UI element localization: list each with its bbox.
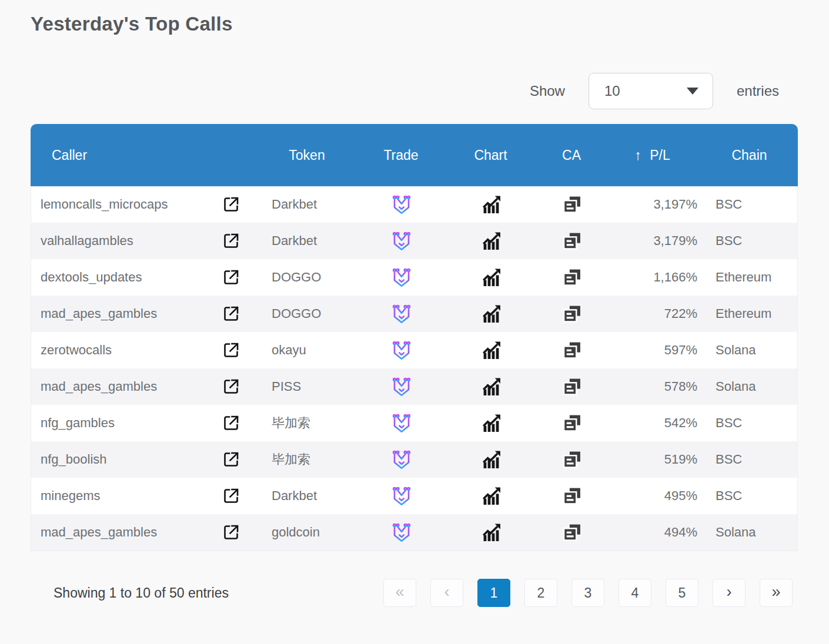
page-button-2[interactable]: 2: [524, 579, 557, 607]
maestro-bot-trade-icon[interactable]: [390, 194, 413, 215]
trending-up-chart-icon[interactable]: [482, 487, 502, 505]
caller-name: valhallagambles: [31, 233, 208, 249]
copy-contract-icon[interactable]: [563, 378, 581, 395]
maestro-bot-trade-icon[interactable]: [390, 449, 413, 470]
external-link-icon[interactable]: [222, 269, 240, 286]
first-page-button[interactable]: «: [383, 579, 416, 607]
copy-contract-icon[interactable]: [563, 524, 581, 541]
table-row: minegems Darkbet 495% BSC: [31, 478, 797, 514]
token-name: Darkbet: [255, 233, 360, 249]
external-link-icon[interactable]: [222, 414, 240, 432]
token-name: DOGGO: [255, 270, 360, 285]
chain-name: Solana: [701, 343, 797, 358]
chart-cell: [443, 523, 540, 542]
trade-cell: [360, 412, 443, 434]
chart-cell: [443, 377, 540, 396]
previous-page-button[interactable]: ‹: [430, 579, 463, 607]
chain-name: Ethereum: [701, 270, 797, 285]
page-button-5[interactable]: 5: [666, 579, 698, 607]
token-name: PISS: [255, 379, 360, 394]
caller-link-cell: [208, 196, 255, 213]
copy-contract-icon[interactable]: [563, 414, 581, 432]
maestro-bot-trade-icon[interactable]: [390, 522, 413, 543]
last-page-button[interactable]: »: [760, 579, 793, 607]
trending-up-chart-icon[interactable]: [482, 304, 502, 323]
external-link-icon[interactable]: [222, 487, 240, 505]
column-header-chain[interactable]: Chain: [701, 147, 798, 163]
maestro-bot-trade-icon[interactable]: [390, 267, 413, 288]
table-row: mad_apes_gambles DOGGO 722% Ethereum: [31, 296, 797, 332]
trending-up-chart-icon[interactable]: [482, 414, 502, 432]
table-row: mad_apes_gambles goldcoin 494% Solana: [31, 514, 797, 551]
ca-cell: [540, 378, 604, 395]
chain-name: BSC: [701, 415, 797, 431]
page-button-3[interactable]: 3: [571, 579, 604, 607]
caller-name: mad_apes_gambles: [31, 379, 208, 394]
maestro-bot-trade-icon[interactable]: [390, 376, 413, 397]
page-button-1[interactable]: 1: [477, 579, 510, 607]
column-header-pl[interactable]: ↑ P/L: [604, 147, 701, 163]
table-row: dextools_updates DOGGO 1,166% Ethereum: [31, 259, 797, 296]
token-name: okayu: [255, 343, 360, 358]
next-page-button[interactable]: ›: [713, 579, 746, 607]
column-header-chart[interactable]: Chart: [442, 147, 539, 163]
column-header-token[interactable]: Token: [254, 147, 360, 163]
chart-cell: [443, 195, 540, 214]
page-button-4[interactable]: 4: [619, 579, 651, 607]
external-link-icon[interactable]: [222, 524, 240, 541]
caller-name: nfg_gambles: [31, 415, 208, 431]
trending-up-chart-icon[interactable]: [482, 377, 502, 396]
trending-up-chart-icon[interactable]: [482, 450, 502, 469]
maestro-bot-trade-icon[interactable]: [390, 303, 413, 324]
maestro-bot-trade-icon[interactable]: [390, 230, 413, 251]
copy-contract-icon[interactable]: [563, 341, 581, 359]
table-header-row: Caller Token Trade Chart CA ↑ P/L Chain: [31, 124, 798, 186]
page-size-select[interactable]: 10: [589, 73, 713, 109]
trending-up-chart-icon[interactable]: [482, 523, 502, 542]
chart-cell: [443, 232, 540, 250]
copy-contract-icon[interactable]: [563, 196, 581, 213]
sort-ascending-icon[interactable]: ↑: [634, 147, 641, 163]
trade-cell: [360, 449, 443, 470]
caller-link-cell: [208, 232, 255, 250]
copy-contract-icon[interactable]: [563, 232, 581, 250]
token-name: Darkbet: [255, 197, 360, 212]
trending-up-chart-icon[interactable]: [482, 341, 502, 360]
ca-cell: [540, 232, 604, 250]
caller-link-cell: [208, 487, 255, 505]
external-link-icon[interactable]: [222, 341, 240, 359]
column-header-ca[interactable]: CA: [539, 147, 604, 163]
maestro-bot-trade-icon[interactable]: [390, 412, 413, 434]
external-link-icon[interactable]: [222, 451, 240, 468]
caller-name: zerotwocalls: [31, 343, 208, 358]
ca-cell: [540, 196, 604, 213]
caller-link-cell: [208, 341, 255, 359]
caller-link-cell: [208, 451, 255, 468]
column-header-caller[interactable]: Caller: [31, 147, 207, 163]
ca-cell: [540, 269, 604, 286]
copy-contract-icon[interactable]: [563, 305, 581, 323]
pl-value: 3,197%: [604, 197, 701, 212]
pager: « ‹ 12345 › »: [383, 579, 793, 607]
external-link-icon[interactable]: [222, 305, 240, 323]
maestro-bot-trade-icon[interactable]: [390, 485, 413, 507]
trending-up-chart-icon[interactable]: [482, 232, 502, 250]
ca-cell: [540, 487, 604, 505]
chevron-down-icon: [687, 88, 698, 95]
trending-up-chart-icon[interactable]: [482, 268, 502, 287]
page-title: Yesterday's Top Calls: [31, 0, 798, 35]
copy-contract-icon[interactable]: [563, 269, 581, 286]
maestro-bot-trade-icon[interactable]: [390, 340, 413, 361]
pl-value: 495%: [604, 488, 701, 504]
chain-name: BSC: [701, 233, 797, 249]
table-body: lemoncalls_microcaps Darkbet 3,197% BSC …: [31, 186, 798, 551]
column-header-pl-label: P/L: [650, 147, 670, 163]
copy-contract-icon[interactable]: [563, 451, 581, 468]
external-link-icon[interactable]: [222, 378, 240, 395]
column-header-trade[interactable]: Trade: [360, 147, 442, 163]
trending-up-chart-icon[interactable]: [482, 195, 502, 214]
copy-contract-icon[interactable]: [563, 487, 581, 505]
external-link-icon[interactable]: [222, 232, 240, 250]
caller-name: dextools_updates: [31, 270, 208, 285]
external-link-icon[interactable]: [222, 196, 240, 213]
